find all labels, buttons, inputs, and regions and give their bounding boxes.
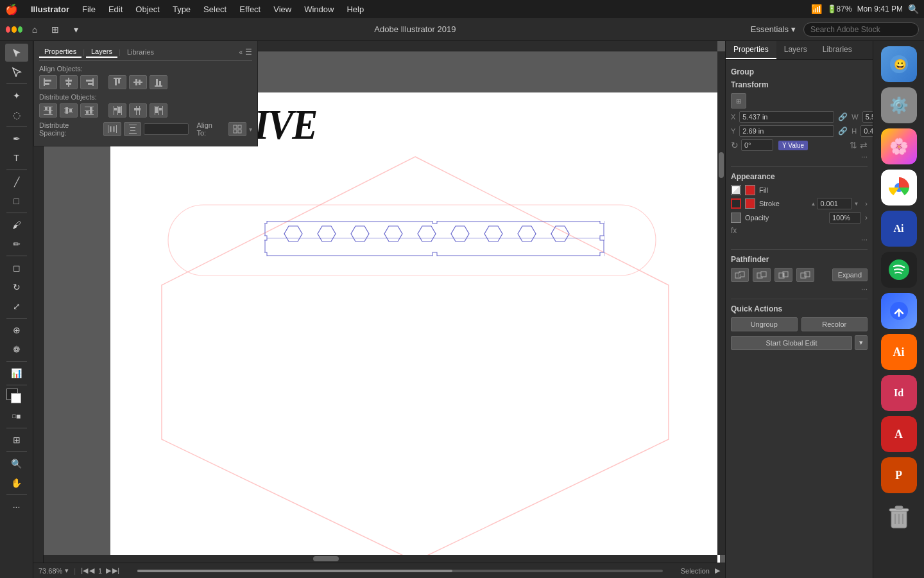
scale-tool[interactable]: ⤢	[5, 297, 28, 315]
align-right-btn[interactable]	[80, 75, 98, 89]
appearance-more-btn[interactable]: ···	[861, 235, 868, 244]
stroke-more-arrow[interactable]: ›	[865, 200, 868, 207]
menu-select[interactable]: Select	[198, 3, 232, 15]
dist-center-h-btn[interactable]	[60, 103, 78, 118]
stroke-color-swatch[interactable]	[745, 198, 755, 209]
status-arrow-btn[interactable]: ▶	[715, 566, 720, 575]
transform-ref-point[interactable]: ⊞	[731, 93, 746, 109]
dist-bottom-btn[interactable]	[80, 103, 98, 118]
prev-page-btn[interactable]: ◀	[89, 566, 94, 575]
start-global-edit-btn[interactable]: Start Global Edit	[731, 336, 852, 350]
menu-effect[interactable]: Effect	[234, 3, 266, 15]
pencil-tool[interactable]: ✏	[5, 235, 28, 253]
menu-window[interactable]: Window	[299, 3, 339, 15]
fill-stroke-colors[interactable]	[6, 388, 27, 406]
expand-icon[interactable]: ▾	[67, 21, 85, 39]
blend-tool[interactable]: ⊕	[5, 321, 28, 339]
stroke-value-input[interactable]	[817, 198, 852, 209]
distribute-spacing-input[interactable]	[144, 123, 189, 135]
vertical-scrollbar[interactable]	[717, 51, 725, 555]
menu-edit[interactable]: Edit	[103, 3, 128, 15]
align-center-h-btn[interactable]	[60, 75, 78, 89]
paintbrush-tool[interactable]: 🖌	[5, 216, 28, 234]
dock-photos[interactable]: 🌸	[881, 128, 917, 164]
transform-flip-icon[interactable]: ⇅	[850, 140, 857, 150]
line-tool[interactable]: ╱	[5, 173, 28, 191]
rotate-input[interactable]	[741, 139, 773, 151]
pathfinder-unite-btn[interactable]	[731, 268, 749, 282]
dock-chrome[interactable]	[881, 170, 917, 206]
first-page-btn[interactable]: |◀	[81, 566, 88, 575]
hand-tool[interactable]: ✋	[5, 474, 28, 492]
w-input[interactable]	[862, 111, 873, 123]
align-left-btn[interactable]	[39, 75, 57, 89]
graph-tool[interactable]: 📊	[5, 364, 28, 382]
essentials-btn[interactable]: Essentials ▾	[746, 22, 801, 37]
opacity-arrow[interactable]: ›	[865, 213, 868, 222]
workspace-icon[interactable]: ⊞	[46, 21, 64, 39]
last-page-btn[interactable]: ▶|	[112, 566, 119, 575]
tab-libraries[interactable]: Libraries	[815, 41, 860, 59]
color-mode-toggle[interactable]: □◼	[5, 407, 28, 425]
dist-right-btn[interactable]	[150, 103, 167, 118]
shape-tool[interactable]: □	[5, 192, 28, 210]
direct-selection-tool[interactable]	[5, 63, 28, 81]
expand-btn[interactable]: Expand	[832, 268, 868, 281]
chain-icon-2[interactable]: 🔗	[838, 127, 848, 136]
pathfinder-exclude-btn[interactable]	[796, 268, 814, 282]
recolor-btn[interactable]: Recolor	[801, 317, 868, 331]
search-icon[interactable]: 🔍	[908, 4, 919, 14]
eraser-tool[interactable]: ◻	[5, 259, 28, 277]
dock-indesign[interactable]: Id	[881, 375, 917, 411]
v-scroll-thumb[interactable]	[719, 152, 724, 178]
type-tool[interactable]: T	[5, 149, 28, 167]
tab-pathfinder-panel[interactable]: Libraries	[122, 47, 159, 57]
align-bottom-btn[interactable]	[150, 75, 167, 89]
dist-left-btn[interactable]	[108, 103, 126, 118]
zoom-tool[interactable]: 🔍	[5, 455, 28, 473]
pathfinder-more-btn[interactable]: ···	[861, 285, 868, 293]
align-top-btn[interactable]	[108, 75, 126, 89]
transform-flip-h-icon[interactable]: ⇄	[860, 140, 868, 150]
fx-label[interactable]: fx	[731, 226, 737, 235]
rotate-tool[interactable]: ↻	[5, 278, 28, 296]
more-tools[interactable]: ···	[5, 498, 28, 516]
dock-illustrator[interactable]: Ai	[881, 334, 917, 370]
home-icon[interactable]: ⌂	[26, 21, 44, 39]
stroke-down-arrow[interactable]: ▼	[853, 201, 859, 207]
pen-tool[interactable]: ✒	[5, 130, 28, 148]
next-page-btn[interactable]: ▶	[106, 566, 111, 575]
hex-selection-group[interactable]	[264, 221, 604, 259]
fill-color-swatch[interactable]	[745, 185, 755, 195]
dist-spacing-h-btn[interactable]	[103, 122, 121, 136]
tab-align[interactable]: Layers	[86, 46, 117, 58]
dist-center-v-btn[interactable]	[129, 103, 147, 118]
tab-transform[interactable]: Properties	[39, 46, 81, 58]
menu-help[interactable]: Help	[341, 3, 369, 15]
dock-system-prefs[interactable]: ⚙️	[881, 87, 917, 123]
search-stock-input[interactable]	[803, 22, 919, 37]
chain-icon[interactable]: 🔗	[838, 112, 848, 121]
dock-acrobat[interactable]: A	[881, 416, 917, 452]
menu-type[interactable]: Type	[167, 3, 196, 15]
menu-object[interactable]: Object	[130, 3, 165, 15]
h-scroll-thumb[interactable]	[313, 556, 339, 561]
opacity-icon[interactable]	[731, 213, 741, 223]
symbol-sprayer-tool[interactable]: ❁	[5, 340, 28, 358]
align-to-btn[interactable]	[228, 122, 246, 136]
fill-visibility-toggle[interactable]	[731, 185, 741, 195]
apple-menu[interactable]: 🍎	[5, 3, 18, 15]
dock-powerpoint[interactable]: P	[881, 457, 917, 493]
dock-ai-blue[interactable]: Ai	[881, 211, 917, 247]
dist-top-btn[interactable]	[39, 103, 57, 118]
h-input[interactable]	[860, 125, 873, 137]
zoom-dropdown-icon[interactable]: ▾	[65, 566, 69, 575]
dock-finder[interactable]: 😀	[881, 46, 917, 82]
tab-layers[interactable]: Layers	[776, 41, 815, 59]
magic-wand-tool[interactable]: ✦	[5, 87, 28, 105]
artboard-tool[interactable]: ⊞	[5, 431, 28, 449]
menu-file[interactable]: File	[77, 3, 101, 15]
y-input[interactable]	[739, 125, 834, 137]
panel-collapse-btn[interactable]: «	[239, 49, 243, 56]
transform-more-btn[interactable]: ···	[861, 152, 868, 161]
